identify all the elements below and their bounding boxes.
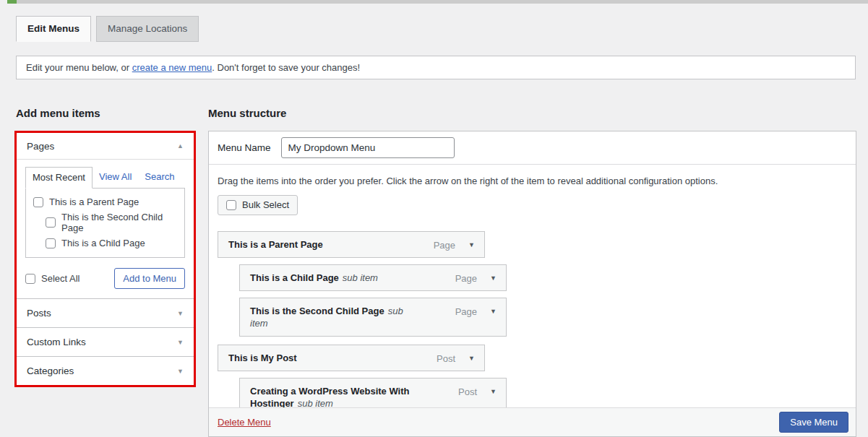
accordion-categories-label: Categories xyxy=(27,365,74,376)
subtab-most-recent[interactable]: Most Recent xyxy=(25,167,93,189)
menu-item-title: This is a Child Page xyxy=(250,272,339,283)
sub-item-label: sub item xyxy=(343,272,378,283)
menu-item-row[interactable]: This is a Parent Page Page ▼ xyxy=(218,231,485,258)
menu-item-title: This is My Post xyxy=(228,352,297,363)
progress-bar[interactable] xyxy=(7,0,868,4)
accordion-pages-header[interactable]: Pages ▲ xyxy=(17,133,194,160)
item-options-arrow-icon[interactable]: ▼ xyxy=(468,352,475,365)
menu-structure-panel: Menu Name Drag the items into the order … xyxy=(208,131,856,437)
screen-tabs: Edit Menus Manage Locations xyxy=(16,16,199,42)
menu-item-title: This is the Second Child Page xyxy=(250,306,384,316)
annotation-red-frame: Pages ▲ Most Recent View All Search This… xyxy=(14,131,196,387)
bulk-select-checkbox[interactable] xyxy=(226,200,236,210)
accordion-posts-header[interactable]: Posts ▼ xyxy=(17,298,194,327)
menu-items-list: This is a Parent Page Page ▼ This is a C… xyxy=(218,231,847,417)
menu-item-title: This is a Parent Page xyxy=(228,239,323,250)
drag-instructions: Drag the items into the order you prefer… xyxy=(218,176,847,186)
item-options-arrow-icon[interactable]: ▼ xyxy=(468,239,475,251)
menu-item-type: Page xyxy=(455,272,477,285)
notice-text-after: . Don't forget to save your changes! xyxy=(212,62,360,73)
add-to-menu-button[interactable]: Add to Menu xyxy=(114,268,185,289)
menu-name-input[interactable] xyxy=(281,137,455,158)
select-all: Select All xyxy=(25,273,80,284)
checkbox[interactable] xyxy=(46,217,56,228)
menu-item-row[interactable]: This is the Second Child Pagesub item Pa… xyxy=(239,298,507,337)
delete-menu-link[interactable]: Delete Menu xyxy=(218,417,271,428)
bulk-select-label: Bulk Select xyxy=(242,199,289,210)
accordion-pages-label: Pages xyxy=(27,141,54,152)
checkbox[interactable] xyxy=(33,197,43,207)
checklist-item-label: This is a Parent Page xyxy=(49,196,139,207)
item-options-arrow-icon[interactable]: ▼ xyxy=(490,306,497,318)
accordion-custom-links-label: Custom Links xyxy=(27,337,86,347)
subtab-search[interactable]: Search xyxy=(138,167,181,189)
menu-item-type: Post xyxy=(458,386,477,398)
notice-bar: Edit your menu below, or create a new me… xyxy=(16,56,856,79)
collapse-arrow-icon[interactable]: ▲ xyxy=(177,142,184,150)
menu-structure-heading: Menu structure xyxy=(208,107,286,119)
select-row: Select All Add to Menu xyxy=(25,268,185,289)
progress-bar-played xyxy=(7,0,17,4)
select-all-checkbox[interactable] xyxy=(25,274,35,284)
select-all-label: Select All xyxy=(41,273,80,284)
expand-arrow-icon[interactable]: ▼ xyxy=(177,310,184,317)
menu-item-type: Post xyxy=(437,352,455,365)
accordion-posts-label: Posts xyxy=(27,308,51,319)
wordpress-menus-screen: Edit Menus Manage Locations Edit your me… xyxy=(0,0,868,437)
item-options-arrow-icon[interactable]: ▼ xyxy=(490,272,497,285)
accordion-pages-body: Most Recent View All Search This is a Pa… xyxy=(17,160,194,298)
menu-actions-footer: Delete Menu Save Menu xyxy=(209,407,856,436)
menu-name-row: Menu Name xyxy=(209,131,856,165)
checklist-item: This is a Child Page xyxy=(38,235,184,251)
checklist-item: This is the Second Child Page xyxy=(38,209,184,235)
bulk-select[interactable]: Bulk Select xyxy=(218,195,298,215)
expand-arrow-icon[interactable]: ▼ xyxy=(177,339,184,346)
accordion-custom-links-header[interactable]: Custom Links ▼ xyxy=(17,327,194,356)
menu-name-label: Menu Name xyxy=(218,142,271,153)
add-menu-items-heading: Add menu items xyxy=(16,107,100,119)
checklist-item-label: This is a Child Page xyxy=(61,238,145,248)
checklist-item-label: This is the Second Child Page xyxy=(61,212,177,233)
item-options-arrow-icon[interactable]: ▼ xyxy=(490,386,497,398)
menu-item-type: Page xyxy=(455,306,477,318)
checklist-item: This is a Parent Page xyxy=(26,194,184,209)
menu-item-type: Page xyxy=(434,239,455,251)
menu-item-row[interactable]: This is My Post Post ▼ xyxy=(218,345,485,371)
create-new-menu-link[interactable]: create a new menu xyxy=(132,62,212,73)
tab-manage-locations[interactable]: Manage Locations xyxy=(96,16,199,42)
notice-text-before: Edit your menu below, or xyxy=(26,62,132,73)
tab-edit-menus[interactable]: Edit Menus xyxy=(16,16,91,42)
pages-subtabs: Most Recent View All Search xyxy=(25,167,185,189)
menu-structure-body: Drag the items into the order you prefer… xyxy=(209,165,856,417)
checkbox[interactable] xyxy=(46,238,56,248)
menu-item-row[interactable]: This is a Child Pagesub item Page ▼ xyxy=(239,264,507,291)
save-menu-button[interactable]: Save Menu xyxy=(779,412,848,433)
expand-arrow-icon[interactable]: ▼ xyxy=(177,368,184,375)
subtab-view-all[interactable]: View All xyxy=(93,167,138,189)
accordion-categories-header[interactable]: Categories ▼ xyxy=(17,356,194,385)
pages-checklist: This is a Parent Page This is the Second… xyxy=(25,188,185,258)
